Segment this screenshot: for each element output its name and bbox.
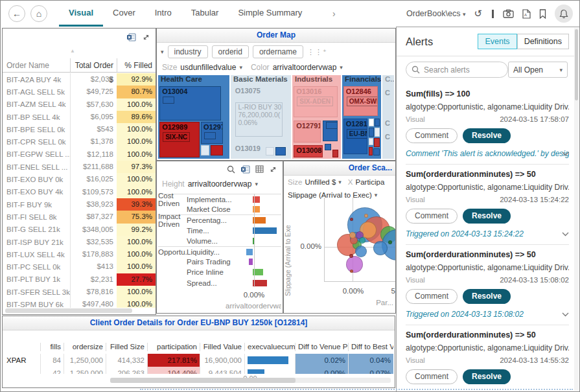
treemap-block[interactable]: L-RIO BUY 3076,200,000.0(0.06% (235, 102, 283, 136)
workbook-tab[interactable]: Intro (145, 1, 181, 27)
scatter-bubble[interactable] (355, 246, 367, 257)
treemap-block[interactable]: O13016SIX-ADEN (294, 86, 338, 117)
alerts-bell-button[interactable] (555, 5, 573, 23)
col-pct-filled[interactable]: % Filled (117, 58, 156, 72)
breadcrumb-chip[interactable]: orderid (212, 45, 249, 58)
details-row[interactable]: XPAR841,250,000414,332217.81%16,900,0000… (4, 354, 393, 367)
details-column-header[interactable]: Filled Value (200, 343, 244, 351)
scatter-bubble[interactable] (388, 240, 392, 244)
expand-chevron-icon[interactable] (562, 312, 569, 317)
alert-footer[interactable]: Triggered on 2024-03-13 14:55:32 (406, 390, 569, 391)
treemap-sector[interactable]: Basic MaterialsO13075L-RIO BUY 3076,200,… (231, 75, 291, 159)
alerts-scrollbar[interactable] (574, 28, 579, 391)
x-dropdown[interactable]: Participa (356, 178, 385, 186)
treemap-sector[interactable]: FinancialsO12846OMX-SWEO12814EU-BN (342, 75, 381, 159)
treemap-sector[interactable]: IndustrialsO13016SIX-ADENO12791 O13008 (292, 75, 341, 159)
details-row[interactable]: 421,250,000206,263104.40%9,443,5040.00%0… (4, 367, 393, 374)
scatter-bubble[interactable] (373, 241, 388, 255)
treemap-block[interactable]: O13004 (159, 86, 221, 120)
col-total-order[interactable]: Total Order $ (70, 58, 117, 72)
order-row[interactable]: BIT-EXO BUY 0k $16,025 100.0% (3, 173, 156, 185)
refresh-button[interactable]: ↺ (474, 8, 482, 19)
workbook-tab[interactable]: Simple Summary (228, 1, 312, 27)
order-row[interactable]: BIT-A2A BUY 4k $2,038 92.9% (3, 73, 156, 86)
resolve-button[interactable]: Resolve (463, 209, 511, 224)
export-pdf-button[interactable]: A (522, 9, 531, 19)
order-row[interactable]: BIT-CPR SELL 0k $1,378 100.0% (3, 135, 156, 148)
expand-chevron-icon[interactable] (562, 152, 569, 156)
order-row[interactable]: BIT-SPM BUY 6k $497,480 100.0% (3, 298, 156, 308)
col-order-name[interactable]: Order Name (3, 61, 70, 70)
treemap-block[interactable]: O12989SIX-NC (159, 122, 200, 157)
order-row[interactable]: BIT-ENEL SELL ... $211,688 97.3% (3, 161, 156, 173)
comment-button[interactable]: Comment (406, 289, 458, 304)
details-column-header[interactable]: Diff to Best Venue Price % (348, 343, 393, 351)
maximize-panel-button[interactable] (269, 165, 277, 174)
treemap-block[interactable]: C (383, 88, 390, 98)
details-column-header[interactable]: ordersize (64, 343, 106, 351)
treemap-block[interactable] (369, 119, 374, 126)
breadcrumb-chip[interactable]: industry (168, 45, 208, 58)
order-row[interactable]: BIT-ISP BUY 21k $32,535 100.0% (3, 236, 156, 248)
order-row[interactable]: BIT-AGL SELL 5k $49,725 80.7% (3, 86, 156, 98)
bar[interactable] (246, 249, 253, 255)
resolve-button[interactable]: Resolve (463, 369, 511, 384)
comment-button[interactable]: Comment (406, 209, 458, 224)
order-row[interactable]: BIT-G SELL 21k $348,005 99.2% (3, 224, 156, 236)
alerts-filter-dropdown[interactable]: All Open ▾ (508, 62, 568, 78)
details-column-header[interactable]: Filled Size (106, 343, 147, 351)
treemap-block[interactable]: O13075 (233, 86, 270, 97)
color-dropdown[interactable]: arrivaltoordervwap (273, 63, 337, 72)
search-button[interactable] (227, 165, 235, 174)
treemap-block[interactable]: C (383, 132, 390, 143)
maximize-panel-button[interactable] (142, 33, 150, 41)
treemap-block[interactable] (375, 128, 379, 137)
tab-definitions[interactable]: Definitions (517, 34, 569, 49)
order-row[interactable]: BIT-F BUY 9k $38,923 39.3% (3, 198, 156, 211)
back-button[interactable]: ← (8, 5, 25, 22)
bar[interactable] (253, 217, 266, 224)
order-row[interactable]: BIT-AZM SELL 4k $57,630 100.0% (3, 98, 156, 111)
treemap-sector[interactable]: C...CCC (382, 75, 394, 159)
order-row[interactable]: BIT-SFER SELL 3k $78,816 100.0% (3, 286, 156, 298)
treemap-block[interactable]: O12814EU-BN (343, 119, 367, 154)
treemap-sector[interactable]: Health CareO13004 O12989SIX-NCO1297 (158, 75, 229, 159)
size-dropdown[interactable]: Unfilled $ (305, 178, 336, 186)
export-excel-button[interactable] (126, 33, 136, 41)
treemap-block[interactable] (211, 145, 223, 156)
order-row[interactable]: BIT-EGPW SELL ... $12,118 100.0% (3, 148, 156, 161)
treemap-block[interactable]: O13008 (294, 145, 323, 157)
order-row[interactable]: BIT-FI SELL 8k $87,327 75.3% (3, 211, 156, 223)
snapshot-button[interactable] (503, 9, 514, 18)
details-column-header[interactable]: Diff to Venue Price % (295, 343, 348, 351)
breadcrumb-chip[interactable]: ordername (253, 45, 303, 58)
resolve-button[interactable]: Resolve (463, 128, 511, 143)
treemap-block[interactable] (266, 147, 274, 156)
alert-footer[interactable]: Triggered on 2024-03-13 15:24:22 (406, 229, 569, 238)
treemap-block[interactable] (369, 138, 373, 145)
sort-indicator-icon[interactable]: ▲ (70, 48, 75, 54)
details-column-header[interactable]: fills (40, 343, 64, 351)
treemap-block[interactable]: O13019 (233, 144, 264, 154)
home-button[interactable]: ⌂ (30, 5, 47, 22)
bar[interactable] (253, 280, 267, 286)
collapse-chevron-icon[interactable]: ▾ (161, 49, 164, 55)
order-row[interactable]: BIT-EXO BUY 4k $109,573 100.0% (3, 186, 156, 198)
order-row[interactable]: BIT-BP SELL 4k $6,095 89.6% (3, 111, 156, 123)
pause-button[interactable] (491, 10, 494, 18)
scatter-bubble[interactable] (350, 270, 353, 273)
scatter-bubble[interactable] (359, 237, 365, 244)
treemap-block[interactable]: O1297 (201, 122, 223, 144)
show-table-button[interactable] (255, 165, 264, 173)
treemap-block[interactable] (375, 119, 379, 126)
bookmark-button[interactable] (539, 9, 546, 19)
scatter-bubble[interactable] (364, 214, 368, 218)
alerts-search[interactable] (406, 62, 508, 78)
comment-button[interactable]: Comment (406, 128, 458, 143)
orders-hscrollbar[interactable] (5, 308, 132, 313)
treemap-block[interactable] (201, 145, 209, 156)
treemap-block[interactable] (374, 138, 379, 147)
treemap-block[interactable] (275, 147, 286, 156)
details-column-header[interactable]: participation (147, 343, 200, 351)
treemap-block[interactable] (332, 150, 338, 157)
